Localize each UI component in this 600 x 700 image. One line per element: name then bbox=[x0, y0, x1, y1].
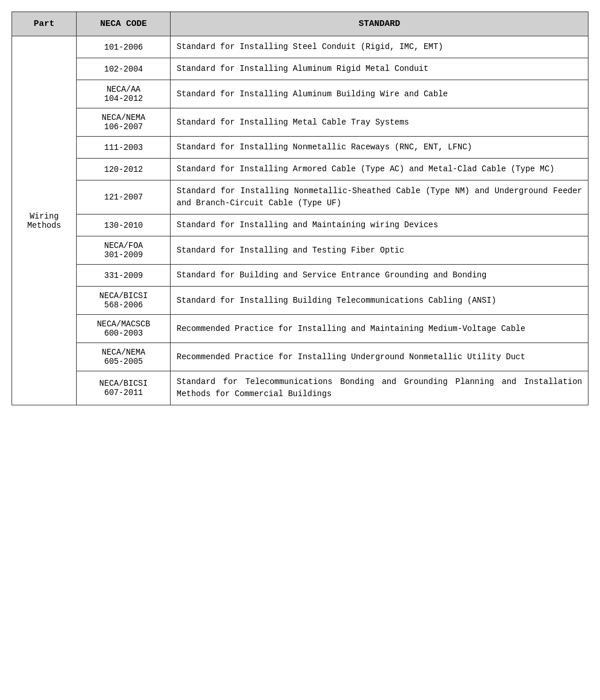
table-row: 111-2003Standard for Installing Nonmetal… bbox=[12, 137, 588, 159]
standard-cell: Standard for Building and Service Entran… bbox=[171, 265, 588, 287]
header-part: Part bbox=[12, 12, 77, 36]
code-cell: 102-2004 bbox=[77, 58, 171, 80]
code-cell: NECA/BICSI607-2011 bbox=[77, 371, 171, 405]
standard-cell: Standard for Installing Aluminum Rigid M… bbox=[171, 58, 588, 80]
code-cell: 331-2009 bbox=[77, 265, 171, 287]
code-cell: 120-2012 bbox=[77, 159, 171, 180]
table-row: 120-2012Standard for Installing Armored … bbox=[12, 159, 588, 180]
code-cell: NECA/MACSCB600-2003 bbox=[77, 315, 171, 343]
code-cell: 121-2007 bbox=[77, 180, 171, 214]
standard-cell: Standard for Installing Armored Cable (T… bbox=[171, 159, 588, 180]
standard-cell: Standard for Installing Building Telecom… bbox=[171, 287, 588, 315]
table-row: WiringMethods101-2006Standard for Instal… bbox=[12, 36, 588, 58]
table-row: NECA/FOA301-2009Standard for Installing … bbox=[12, 236, 588, 265]
code-cell: 101-2006 bbox=[77, 36, 171, 58]
table-row: NECA/NEMA106-2007Standard for Installing… bbox=[12, 108, 588, 137]
standard-cell: Recommended Practice for Installing and … bbox=[171, 315, 588, 343]
code-cell: 111-2003 bbox=[77, 137, 171, 159]
standard-cell: Recommended Practice for Installing Unde… bbox=[171, 343, 588, 371]
code-cell: NECA/AA104-2012 bbox=[77, 80, 171, 108]
standard-cell: Standard for Installing Nonmetallic Race… bbox=[171, 137, 588, 159]
standard-cell: Standard for Telecommunications Bonding … bbox=[171, 371, 588, 405]
code-cell: NECA/FOA301-2009 bbox=[77, 236, 171, 265]
table-row: 102-2004Standard for Installing Aluminum… bbox=[12, 58, 588, 80]
standard-cell: Standard for Installing Metal Cable Tray… bbox=[171, 108, 588, 137]
table-row: 130-2010Standard for Installing and Main… bbox=[12, 214, 588, 236]
standards-table: Part NECA CODE STANDARD WiringMethods101… bbox=[12, 12, 588, 405]
table-row: NECA/MACSCB600-2003Recommended Practice … bbox=[12, 315, 588, 343]
standard-cell: Standard for Installing and Maintaining … bbox=[171, 214, 588, 236]
part-cell: WiringMethods bbox=[12, 36, 77, 405]
header-standard: STANDARD bbox=[171, 12, 588, 36]
standard-cell: Standard for Installing Steel Conduit (R… bbox=[171, 36, 588, 58]
code-cell: NECA/NEMA106-2007 bbox=[77, 108, 171, 137]
table-row: NECA/BICSI607-2011Standard for Telecommu… bbox=[12, 371, 588, 405]
code-cell: NECA/BICSI568-2006 bbox=[77, 287, 171, 315]
standard-cell: Standard for Installing and Testing Fibe… bbox=[171, 236, 588, 265]
table-row: 331-2009Standard for Building and Servic… bbox=[12, 265, 588, 287]
table-row: NECA/BICSI568-2006Standard for Installin… bbox=[12, 287, 588, 315]
code-cell: 130-2010 bbox=[77, 214, 171, 236]
standard-cell: Standard for Installing Nonmetallic-Shea… bbox=[171, 180, 588, 214]
standard-cell: Standard for Installing Aluminum Buildin… bbox=[171, 80, 588, 108]
code-cell: NECA/NEMA605-2005 bbox=[77, 343, 171, 371]
table-row: NECA/NEMA605-2005Recommended Practice fo… bbox=[12, 343, 588, 371]
header-neca-code: NECA CODE bbox=[77, 12, 171, 36]
table-row: NECA/AA104-2012Standard for Installing A… bbox=[12, 80, 588, 108]
table-row: 121-2007Standard for Installing Nonmetal… bbox=[12, 180, 588, 214]
